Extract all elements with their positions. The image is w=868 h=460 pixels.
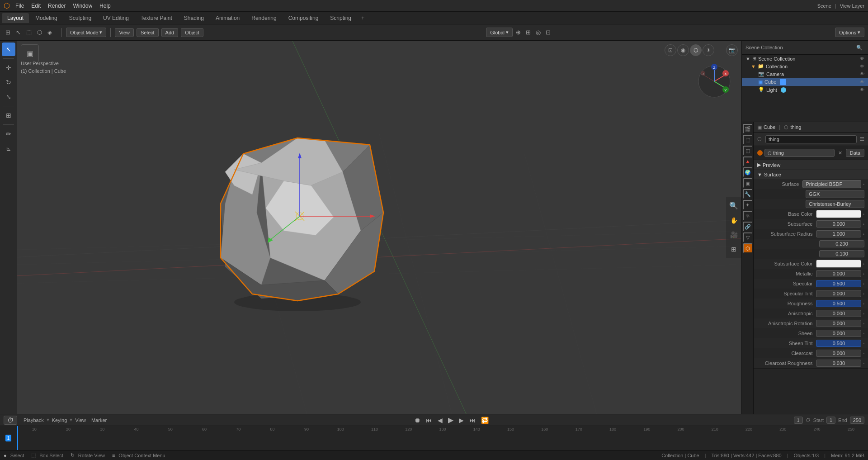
mode-select-button[interactable]: Object Mode ▾ bbox=[66, 28, 106, 37]
constraints-props-icon[interactable]: 🔗 bbox=[743, 222, 753, 232]
viewport-3d[interactable]: User Perspective (1) Collection | Cube ▣… bbox=[17, 41, 741, 414]
ggx-value[interactable]: GGX bbox=[806, 190, 864, 198]
loop-btn[interactable]: 🔁 bbox=[479, 416, 491, 425]
tool-annotate[interactable]: ✏ bbox=[2, 127, 15, 141]
object-props-icon[interactable]: ▣ bbox=[743, 178, 753, 188]
material-slot-name-btn[interactable]: ⬡ thing bbox=[764, 149, 835, 157]
camera-eye-icon[interactable]: 👁 bbox=[860, 71, 864, 76]
toolbar-icon-1[interactable]: ⊞ bbox=[4, 28, 12, 37]
subsurface-color-swatch[interactable] bbox=[816, 260, 861, 268]
tab-animation[interactable]: Animation bbox=[210, 13, 245, 23]
world-props-icon[interactable]: 🌍 bbox=[743, 167, 753, 177]
subsurface-radius-value-1[interactable]: 1.000 bbox=[816, 230, 861, 237]
tool-rotate[interactable]: ↻ bbox=[2, 76, 15, 89]
add-menu-button[interactable]: Add bbox=[161, 28, 179, 37]
specular-dot-icon[interactable]: ◦ bbox=[863, 281, 864, 286]
tool-move[interactable]: ✛ bbox=[2, 61, 15, 75]
keying-tab[interactable]: Keying bbox=[49, 417, 70, 424]
clearcoat-roughness-dot-icon[interactable]: ◦ bbox=[863, 361, 864, 366]
render-props-icon[interactable]: 🎬 bbox=[743, 124, 753, 134]
roughness-value[interactable]: 0.500 bbox=[816, 300, 861, 307]
nav-gizmo[interactable]: X -X Y Z bbox=[696, 63, 732, 100]
tool-cursor[interactable]: ↖ bbox=[2, 43, 15, 56]
scene-collection-eye-icon[interactable]: 👁 bbox=[860, 56, 864, 61]
view-tab[interactable]: View bbox=[72, 417, 89, 424]
subsurface-radius-value-2[interactable]: 0.200 bbox=[819, 240, 864, 247]
anisotropic-rotation-value[interactable]: 0.000 bbox=[816, 320, 861, 327]
scene-props-icon[interactable]: 🔺 bbox=[743, 156, 753, 166]
sheen-value[interactable]: 0.000 bbox=[816, 330, 861, 337]
specular-tint-dot-icon[interactable]: ◦ bbox=[863, 291, 864, 296]
menu-edit[interactable]: Edit bbox=[28, 2, 44, 10]
outliner-scene-collection[interactable]: ▼ ⊞ Scene Collection 👁 bbox=[742, 55, 868, 62]
skip-start-btn[interactable]: ⏮ bbox=[424, 416, 434, 425]
surface-dot-icon[interactable]: ◦ bbox=[863, 182, 864, 187]
timeline-ruler[interactable]: 10 20 30 40 50 60 70 80 90 100 110 120 1… bbox=[17, 426, 868, 450]
sheen-tint-dot-icon[interactable]: ◦ bbox=[863, 341, 864, 346]
clearcoat-dot-icon[interactable]: ◦ bbox=[863, 351, 864, 356]
subsurface-dot-icon[interactable]: ◦ bbox=[863, 222, 864, 227]
subsurface-color-dot-icon[interactable]: ◦ bbox=[863, 261, 864, 266]
clearcoat-value[interactable]: 0.000 bbox=[816, 350, 861, 357]
view-layer-props-icon[interactable]: ◫ bbox=[743, 146, 753, 156]
tab-sculpting[interactable]: Sculpting bbox=[64, 13, 97, 23]
mask-icon-btn[interactable]: ⊡ bbox=[544, 28, 552, 37]
pivot-icon-btn[interactable]: ⊕ bbox=[514, 28, 523, 37]
cube-eye-icon[interactable]: 👁 bbox=[860, 80, 864, 85]
view-menu-button[interactable]: View bbox=[115, 28, 134, 37]
grid-btn[interactable]: ⊞ bbox=[727, 242, 741, 256]
physics-props-icon[interactable]: ⚛ bbox=[743, 211, 753, 221]
outliner-collection[interactable]: ▼ 📁 Collection 👁 bbox=[742, 62, 868, 70]
anisotropic-rotation-dot-icon[interactable]: ◦ bbox=[863, 321, 864, 326]
material-settings-icon[interactable]: ≡ bbox=[859, 134, 864, 144]
fly-mode-btn[interactable]: ✋ bbox=[727, 213, 741, 227]
current-frame-input[interactable]: 1 bbox=[794, 417, 803, 424]
tool-transform[interactable]: ⊞ bbox=[2, 109, 15, 122]
object-data-props-icon[interactable]: ▽ bbox=[743, 232, 753, 242]
surface-shader-value[interactable]: Principled BSDF bbox=[802, 180, 861, 188]
clearcoat-roughness-value[interactable]: 0.030 bbox=[816, 360, 861, 367]
start-frame-input[interactable]: 1 bbox=[826, 417, 835, 424]
tab-modeling[interactable]: Modeling bbox=[30, 13, 63, 23]
material-props-icon[interactable]: ⬡ bbox=[743, 243, 753, 253]
outliner-light[interactable]: 💡 Light 👁 bbox=[742, 86, 868, 94]
toolbar-icon-2[interactable]: ↖ bbox=[14, 28, 23, 37]
sss-method-value[interactable]: Christensen-Burley bbox=[806, 200, 864, 208]
skip-end-btn[interactable]: ⏭ bbox=[467, 416, 477, 425]
base-color-dot-icon[interactable]: ◦ bbox=[863, 212, 864, 217]
metallic-dot-icon[interactable]: ◦ bbox=[863, 271, 864, 276]
material-data-btn[interactable]: Data bbox=[846, 149, 864, 157]
menu-render[interactable]: Render bbox=[44, 2, 69, 10]
outliner-camera[interactable]: 📷 Camera 👁 bbox=[742, 70, 868, 78]
next-frame-btn[interactable]: ▶ bbox=[457, 416, 466, 425]
subsurface-radius-dot-icon[interactable]: ◦ bbox=[863, 232, 864, 237]
tab-compositing[interactable]: Compositing bbox=[283, 13, 324, 23]
prev-frame-btn[interactable]: ◀ bbox=[436, 416, 444, 425]
anisotropic-value[interactable]: 0.000 bbox=[816, 310, 861, 317]
camera-lock-btn[interactable]: 🎥 bbox=[727, 228, 741, 242]
subsurface-radius-value-3[interactable]: 0.100 bbox=[819, 250, 864, 257]
surface-section-header[interactable]: ▼ Surface bbox=[754, 170, 868, 179]
menu-file[interactable]: File bbox=[12, 2, 28, 10]
metallic-value[interactable]: 0.000 bbox=[816, 270, 861, 277]
anisotropic-dot-icon[interactable]: ◦ bbox=[863, 311, 864, 316]
outliner-cube[interactable]: ▣ Cube 👁 bbox=[742, 78, 868, 86]
material-name-input[interactable] bbox=[765, 135, 857, 143]
tool-measure[interactable]: ⊾ bbox=[2, 142, 15, 155]
roughness-dot-icon[interactable]: ◦ bbox=[863, 301, 864, 306]
collection-eye-icon[interactable]: 👁 bbox=[860, 64, 864, 69]
object-menu-button[interactable]: Object bbox=[181, 28, 203, 37]
particles-props-icon[interactable]: ✦ bbox=[743, 200, 753, 210]
light-eye-icon[interactable]: 👁 bbox=[860, 87, 864, 92]
stop-btn[interactable]: ⏺ bbox=[412, 416, 422, 425]
subsurface-value[interactable]: 0.000 bbox=[816, 220, 861, 228]
toolbar-icon-4[interactable]: ⬡ bbox=[35, 28, 44, 37]
specular-tint-value[interactable]: 0.000 bbox=[816, 290, 861, 297]
tab-uv-editing[interactable]: UV Editing bbox=[98, 13, 134, 23]
zoom-in-btn[interactable]: 🔍 bbox=[727, 199, 741, 213]
tab-texture-paint[interactable]: Texture Paint bbox=[135, 13, 178, 23]
options-button[interactable]: Options ▾ bbox=[835, 28, 864, 37]
sheen-dot-icon[interactable]: ◦ bbox=[863, 331, 864, 336]
marker-tab[interactable]: Marker bbox=[89, 417, 109, 424]
material-slot-x-btn[interactable]: ✕ bbox=[836, 150, 844, 156]
